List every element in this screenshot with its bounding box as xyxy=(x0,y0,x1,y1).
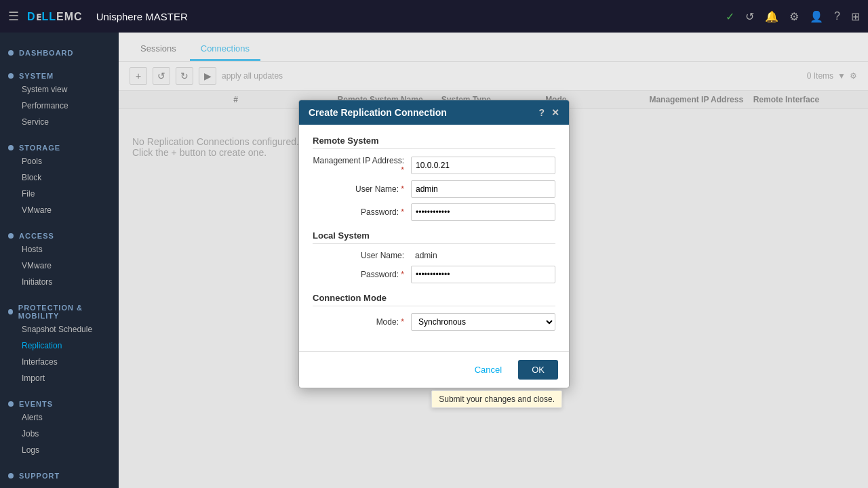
create-replication-dialog: Create Replication Connection ? ✕ Remote… xyxy=(298,100,570,388)
local-password-required: * xyxy=(401,270,404,279)
dialog-body: Remote System Management IP Address: * U… xyxy=(299,125,569,351)
dialog-header-icons: ? ✕ xyxy=(538,107,559,118)
mgmt-ip-row: Management IP Address: * xyxy=(313,156,555,175)
remote-username-input[interactable] xyxy=(411,180,555,198)
dialog-footer: Cancel OK Submit your changes and close. xyxy=(299,351,569,388)
local-username-label: User Name: xyxy=(313,251,411,260)
remote-password-input[interactable] xyxy=(411,203,555,221)
dialog-header: Create Replication Connection ? ✕ xyxy=(299,100,569,125)
main-layout: DASHBOARD SYSTEM System view Performance… xyxy=(0,33,868,488)
local-password-input[interactable] xyxy=(411,266,555,283)
mode-row: Mode: * Synchronous Asynchronous xyxy=(313,313,555,331)
mode-select[interactable]: Synchronous Asynchronous xyxy=(411,313,555,331)
remote-username-row: User Name: * xyxy=(313,180,555,198)
remote-password-row: Password: * xyxy=(313,203,555,221)
mgmt-ip-required: * xyxy=(401,165,404,175)
mode-required: * xyxy=(401,317,404,327)
cancel-button[interactable]: Cancel xyxy=(465,360,511,380)
local-password-row: Password: * xyxy=(313,266,555,283)
local-system-title: Local System xyxy=(313,230,555,244)
connection-mode-title: Connection Mode xyxy=(313,293,555,306)
mgmt-ip-label: Management IP Address: * xyxy=(313,156,411,175)
local-username-row: User Name: admin xyxy=(313,251,555,260)
local-system-section: Local System User Name: admin Password: … xyxy=(313,230,555,283)
dialog-help-icon[interactable]: ? xyxy=(538,107,545,118)
remote-system-section: Remote System Management IP Address: * U… xyxy=(313,136,555,221)
password-required: * xyxy=(401,207,404,217)
dialog-title: Create Replication Connection xyxy=(309,107,447,118)
content-area: Sessions Connections + ↺ ↻ ▶ apply all u… xyxy=(119,33,868,488)
username-required: * xyxy=(401,184,404,194)
local-username-value: admin xyxy=(411,251,555,260)
mgmt-ip-input[interactable] xyxy=(411,157,555,174)
mode-label: Mode: * xyxy=(313,317,411,327)
connection-mode-section: Connection Mode Mode: * Synchronous Asyn… xyxy=(313,293,555,331)
ok-button[interactable]: OK xyxy=(518,360,558,380)
remote-password-label: Password: * xyxy=(313,207,411,217)
tooltip: Submit your changes and close. xyxy=(431,390,562,408)
remote-username-label: User Name: * xyxy=(313,184,411,194)
local-password-label: Password: * xyxy=(313,270,411,279)
remote-system-title: Remote System xyxy=(313,136,555,149)
dialog-close-icon[interactable]: ✕ xyxy=(551,107,559,118)
dialog-backdrop: Create Replication Connection ? ✕ Remote… xyxy=(119,33,868,488)
